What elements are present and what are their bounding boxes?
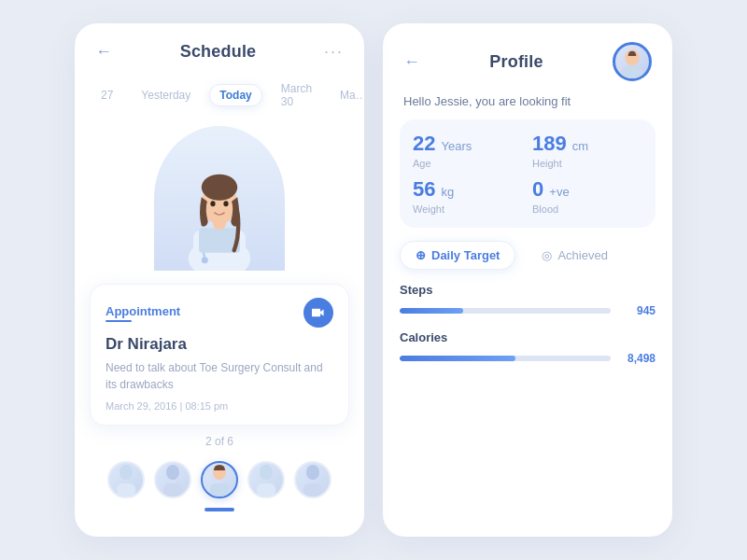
calories-bar-fill: [400, 356, 515, 361]
doctor-image-area: [75, 121, 364, 271]
stat-age-value: 22 Years: [413, 133, 523, 155]
avatar-5[interactable]: [294, 461, 331, 498]
calories-value: 8,498: [620, 352, 655, 365]
svg-rect-18: [303, 483, 322, 497]
tab-27[interactable]: 27: [92, 85, 122, 105]
tab-achieved[interactable]: ◎ Achieved: [527, 241, 622, 270]
profile-card: ← Profile Hello Jessie, you are looking …: [383, 23, 672, 537]
person-icon-4: [253, 463, 279, 497]
schedule-tabs: 27 Yesterday Today March 30 Ma…: [75, 71, 364, 121]
calories-bar-row: 8,498: [400, 352, 655, 365]
avatar-4[interactable]: [247, 461, 285, 498]
svg-rect-12: [163, 483, 182, 497]
profile-avatar[interactable]: [613, 42, 652, 81]
svg-rect-10: [117, 483, 135, 497]
appointment-date: March 29, 2016 | 08:15 pm: [106, 400, 333, 412]
stat-blood: 0 +ve Blood: [532, 178, 642, 215]
person-icon-1: [113, 463, 139, 497]
indicator-bar: [204, 508, 234, 511]
avatars-row: [75, 448, 364, 508]
calories-metric: Calories 8,498: [383, 330, 672, 365]
pagination-indicator: 2 of 6: [75, 435, 364, 448]
profile-title: Profile: [489, 52, 543, 72]
avatar-1[interactable]: [107, 461, 145, 498]
appointment-card: Appointment Dr Nirajara Need to talk abo…: [90, 284, 349, 426]
steps-bar-row: 945: [400, 304, 655, 317]
svg-point-7: [210, 201, 215, 206]
stat-weight-value: 56 kg: [413, 178, 523, 201]
stat-height-label: Height: [532, 158, 642, 169]
schedule-back-button[interactable]: ←: [95, 42, 112, 62]
calories-label: Calories: [400, 330, 655, 344]
doctor-name: Dr Nirajara: [106, 335, 333, 354]
profile-back-button[interactable]: ←: [403, 52, 420, 72]
appointment-label-group: Appointment: [106, 304, 180, 322]
appointment-video-button[interactable]: [303, 298, 333, 328]
tab-march30[interactable]: March 30: [272, 78, 321, 112]
tab-next[interactable]: Ma…: [331, 85, 364, 105]
appointment-header: Appointment: [106, 298, 333, 328]
daily-target-icon: ⊕: [416, 248, 426, 262]
doctor-circle: [154, 126, 285, 271]
tab-today[interactable]: Today: [209, 84, 261, 106]
steps-metric: Steps 945: [383, 283, 672, 317]
svg-point-11: [166, 465, 179, 480]
tab-yesterday[interactable]: Yesterday: [132, 85, 200, 105]
achieved-icon: ◎: [542, 248, 552, 262]
svg-point-9: [120, 465, 133, 480]
svg-rect-14: [210, 483, 229, 497]
svg-point-6: [202, 175, 238, 201]
profile-header: ← Profile: [383, 23, 672, 91]
steps-value: 945: [620, 304, 655, 317]
tab-daily-target[interactable]: ⊕ Daily Target: [400, 241, 515, 270]
svg-point-8: [223, 201, 228, 206]
stat-age-label: Age: [413, 158, 523, 169]
person-icon-2: [160, 463, 186, 497]
svg-point-17: [306, 465, 319, 480]
achieved-label: Achieved: [557, 248, 607, 262]
stat-height-value: 189 cm: [532, 133, 642, 155]
steps-bar-fill: [400, 308, 463, 314]
doctor-illustration: [163, 140, 275, 271]
profile-avatar-icon: [615, 45, 649, 78]
stats-grid: 22 Years Age 189 cm Height 56 kg Weight …: [400, 119, 655, 228]
avatar-3-selected[interactable]: [201, 461, 238, 498]
appointment-description: Need to talk about Toe Surgery Consult a…: [106, 359, 333, 393]
stat-weight: 56 kg Weight: [413, 178, 523, 215]
stat-blood-value: 0 +ve: [532, 178, 642, 201]
appointment-label: Appointment: [106, 304, 180, 318]
person-icon-5: [300, 463, 326, 497]
bottom-indicator: [75, 508, 364, 521]
svg-point-20: [621, 65, 643, 78]
video-icon: [312, 306, 325, 319]
schedule-title: Schedule: [180, 42, 257, 62]
svg-rect-16: [257, 483, 275, 497]
stat-blood-label: Blood: [532, 203, 642, 215]
svg-point-15: [260, 465, 273, 480]
greeting-text: Hello Jessie, you are looking fit: [383, 91, 672, 119]
svg-point-2: [202, 257, 208, 263]
calories-bar-background: [400, 356, 611, 361]
steps-bar-background: [400, 308, 611, 314]
schedule-header: ← Schedule ···: [75, 23, 364, 71]
schedule-more-button[interactable]: ···: [324, 42, 344, 62]
stat-height: 189 cm Height: [532, 133, 642, 169]
person-icon-3: [206, 463, 233, 497]
appointment-underline: [106, 320, 132, 322]
steps-label: Steps: [400, 283, 655, 297]
schedule-card: ← Schedule ··· 27 Yesterday Today March …: [75, 23, 364, 537]
target-tabs: ⊕ Daily Target ◎ Achieved: [383, 241, 672, 270]
stat-weight-label: Weight: [413, 203, 523, 215]
stat-age: 22 Years Age: [413, 133, 523, 169]
daily-target-label: Daily Target: [431, 248, 500, 262]
avatar-2[interactable]: [154, 461, 191, 498]
